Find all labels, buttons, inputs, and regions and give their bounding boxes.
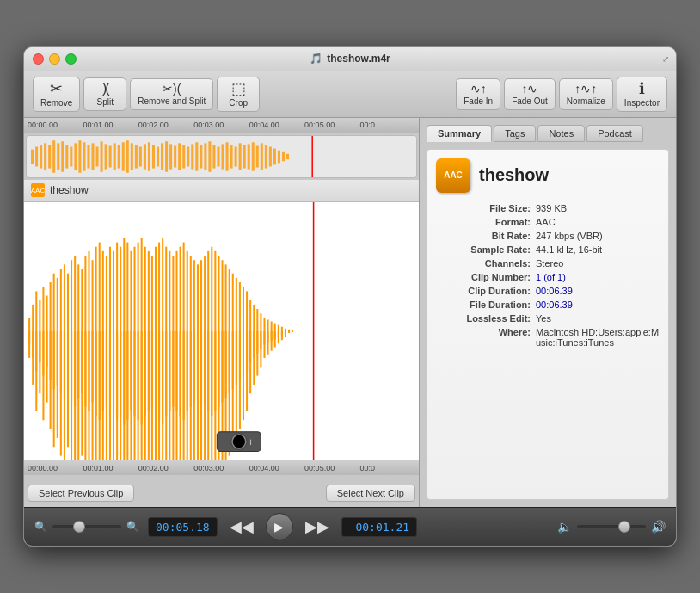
svg-rect-169: [116, 330, 118, 460]
svg-rect-28: [148, 142, 150, 170]
svg-rect-161: [88, 330, 89, 460]
btick-1: 00:01.00: [83, 464, 138, 473]
inspector-button[interactable]: ℹ Inspector: [617, 77, 667, 112]
fade-in-icon: ∿↑: [470, 83, 487, 95]
left-panel: 00:00.00 00:01.00 00:02.00 00:03.00 00:0…: [24, 118, 420, 508]
btick-6: 00:0: [360, 464, 415, 473]
svg-rect-8: [61, 141, 64, 171]
svg-rect-16: [96, 146, 99, 166]
bottom-ruler: 00:00.00 00:01.00 00:02.00 00:03.00 00:0…: [24, 460, 419, 475]
rewind-button[interactable]: ◀◀: [226, 514, 257, 540]
svg-rect-211: [263, 330, 265, 357]
svg-rect-9: [65, 145, 68, 168]
svg-rect-193: [200, 330, 202, 460]
volume-slider-track[interactable]: [577, 525, 646, 528]
svg-rect-3: [40, 145, 42, 168]
split-button[interactable]: )( Split: [83, 77, 126, 111]
svg-rect-184: [169, 330, 170, 460]
select-clips-bar: Select Previous Clip Select Next Clip: [24, 479, 419, 507]
svg-rect-192: [197, 330, 199, 460]
svg-rect-26: [139, 146, 142, 166]
volume-high-icon[interactable]: 🔊: [651, 520, 666, 534]
svg-rect-173: [130, 330, 132, 460]
info-table: File Size: 939 KB Format: AAC Bit Rate: …: [436, 203, 660, 348]
svg-rect-42: [208, 141, 211, 171]
svg-rect-11: [74, 143, 77, 170]
file-header: AAC theshow: [436, 158, 660, 193]
tab-summary[interactable]: Summary: [427, 125, 492, 142]
remove-split-button[interactable]: ✂)( Remove and Split: [130, 78, 213, 110]
svg-rect-213: [271, 330, 273, 350]
svg-rect-18: [105, 144, 107, 169]
select-next-clip-button[interactable]: Select Next Clip: [326, 485, 415, 502]
svg-rect-186: [175, 330, 177, 460]
close-button[interactable]: [33, 53, 44, 65]
volume-slider-thumb[interactable]: [618, 521, 630, 533]
svg-rect-36: [182, 145, 185, 168]
fade-out-button[interactable]: ↑∿ Fade Out: [504, 78, 556, 110]
svg-rect-182: [162, 330, 163, 460]
tick-2: 00:02.00: [138, 120, 193, 129]
tab-notes[interactable]: Notes: [537, 125, 585, 142]
svg-rect-214: [274, 330, 276, 347]
svg-rect-215: [278, 330, 279, 343]
remove-icon: ✂: [50, 81, 63, 96]
tick-5: 00:05.00: [304, 120, 359, 129]
svg-rect-158: [77, 330, 79, 460]
volume-low-icon[interactable]: 🔈: [557, 520, 572, 534]
zoom-slider-thumb[interactable]: [73, 521, 85, 533]
overview-waveform[interactable]: [26, 135, 417, 178]
tab-tags[interactable]: Tags: [494, 125, 536, 142]
title-icon: 🎵: [310, 53, 322, 65]
btick-2: 00:02.00: [138, 464, 193, 473]
tick-6: 00:0: [360, 120, 415, 129]
resize-icon[interactable]: ⤢: [662, 54, 669, 64]
play-button[interactable]: ▶: [266, 513, 293, 540]
svg-rect-58: [278, 150, 280, 163]
btick-4: 00:04.00: [249, 464, 304, 473]
svg-rect-175: [138, 330, 139, 460]
svg-rect-25: [135, 145, 138, 168]
svg-rect-29: [152, 145, 155, 168]
svg-rect-51: [248, 144, 250, 169]
normalize-icon: ↑∿↑: [574, 83, 597, 95]
info-row-samplerate: Sample Rate: 44.1 kHz, 16-bit: [436, 244, 660, 255]
info-row-clipnum: Clip Number: 1 (of 1): [436, 272, 660, 282]
svg-rect-155: [67, 330, 69, 446]
svg-rect-17: [101, 141, 103, 171]
select-previous-clip-button[interactable]: Select Previous Clip: [28, 485, 134, 502]
fade-in-button[interactable]: ∿↑ Fade In: [456, 78, 500, 110]
svg-rect-1: [31, 149, 34, 164]
svg-rect-205: [243, 330, 244, 419]
svg-rect-207: [249, 330, 251, 392]
remove-button[interactable]: ✂ Remove: [33, 77, 80, 112]
svg-rect-154: [64, 330, 65, 460]
svg-rect-15: [92, 143, 95, 170]
svg-rect-59: [282, 151, 285, 160]
svg-rect-34: [174, 145, 176, 167]
waveform-area[interactable]: +: [24, 202, 419, 460]
svg-rect-156: [71, 330, 72, 460]
maximize-button[interactable]: [65, 53, 77, 65]
forward-button[interactable]: ▶▶: [302, 514, 333, 540]
info-row-where: Where: Macintosh HD:Users:apple:Music:iT…: [436, 327, 660, 348]
svg-rect-195: [207, 330, 209, 460]
svg-rect-142: [288, 329, 290, 332]
minimize-button[interactable]: [49, 53, 60, 65]
zoom-slider-track[interactable]: [52, 525, 121, 528]
zoom-in-icon[interactable]: 🔍: [126, 521, 139, 533]
crop-button[interactable]: ⬚ Crop: [217, 77, 260, 112]
svg-point-221: [233, 435, 245, 447]
svg-rect-54: [261, 143, 263, 170]
zoom-out-icon[interactable]: 🔍: [34, 521, 47, 533]
tab-podcast[interactable]: Podcast: [586, 125, 643, 142]
info-row-clipdur: Clip Duration: 00:06.39: [436, 286, 660, 296]
normalize-button[interactable]: ↑∿↑ Normalize: [559, 78, 613, 110]
fade-out-icon: ↑∿: [521, 83, 537, 95]
svg-rect-35: [178, 143, 181, 170]
svg-rect-179: [151, 330, 153, 460]
svg-rect-194: [204, 330, 206, 460]
info-row-filedur: File Duration: 00:06.39: [436, 300, 660, 310]
svg-rect-41: [204, 143, 206, 170]
svg-rect-212: [267, 330, 269, 354]
